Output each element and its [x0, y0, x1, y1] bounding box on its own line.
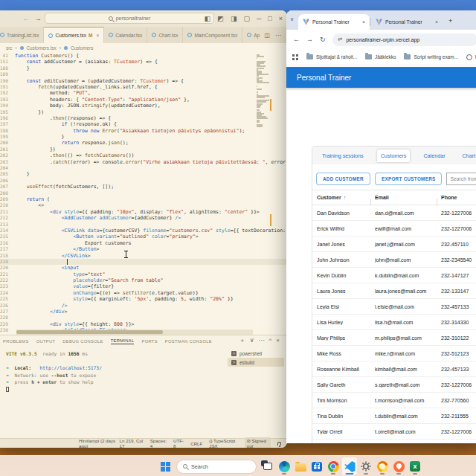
table-row[interactable]: Tim Morrisont.morrison@mail.com232-77056… [312, 393, 476, 408]
taskbar-search[interactable]: Search [176, 460, 257, 474]
code-line-211[interactable]: 211 <div style={{ padding: "10px", displ… [0, 209, 287, 215]
code-line-216[interactable]: 216 Export customers [0, 240, 287, 246]
close-panel-icon[interactable]: × [276, 337, 280, 344]
code-line-224[interactable]: 224 onChange={(e) => setfilter(e.target.… [0, 290, 287, 296]
task-view-icon[interactable] [260, 457, 275, 475]
editor-tab-chart-tsx[interactable]: Chart.tsx [147, 27, 183, 43]
editor-tab-calendar-tsx[interactable]: Calendar.tsx [104, 27, 147, 43]
code-line-188[interactable]: 188 } [0, 65, 287, 71]
table-row[interactable]: Laura Joneslaura.jones@mail.com232-13314… [312, 283, 476, 299]
table-row[interactable]: Janet Jonesjanet.j@mail.com232-457110 [312, 237, 476, 252]
terminal-dropdown-icon[interactable]: ∨ [250, 337, 254, 344]
status-item-typescript-jsx[interactable]: {} TypeScript JSX [209, 438, 237, 448]
close-tab-icon[interactable]: × [362, 19, 365, 25]
code-line-210[interactable]: 210 <> [0, 202, 287, 208]
breadcrumb-item[interactable]: Customers.tsx [27, 45, 57, 51]
minimize-button[interactable]: ─ [257, 15, 261, 22]
table-row[interactable]: Dan Davidsondan.d@mail.com232-1227006 [312, 205, 476, 221]
code-line-193[interactable]: 193 headers: { "Content-Type": "applicat… [0, 97, 287, 103]
table-row[interactable]: Tylar Orrellt.orrell@mail.com232-1227006 [312, 424, 476, 440]
code-line-200[interactable]: 200 return response.json(); [0, 140, 287, 146]
code-line-197[interactable]: 197 if (!response.ok) { [0, 121, 287, 127]
table-row[interactable]: Lisa Hurleylisa.h@mail.com232-314330 [312, 315, 476, 330]
code-line-226[interactable]: 226 /> [0, 303, 287, 309]
toggle-secondary-sidebar-icon[interactable]: ◨ [231, 15, 237, 22]
table-search-input[interactable] [446, 173, 476, 185]
editor-tab-traininglist-tsx[interactable]: TrainingList.tsx [0, 27, 44, 43]
column-header-email[interactable]: Email [370, 195, 437, 200]
panel-tab-output[interactable]: OUTPUT [36, 339, 56, 344]
toggle-panel-icon[interactable]: ◩ [217, 15, 224, 22]
chrome-icon[interactable] [326, 457, 341, 475]
close-tab-icon[interactable]: × [435, 19, 438, 25]
edge-icon[interactable] [277, 457, 292, 475]
panel-tab-debug-console[interactable]: DEBUG CONSOLE [62, 339, 103, 344]
export-customers-button[interactable]: EXPORT CUSTOMERS [375, 173, 443, 185]
bookmark-script-writing-exam[interactable]: Script writing exam... [404, 54, 457, 60]
code-line-151[interactable]: 151 const addCustomer = (asiakas: TCusto… [0, 59, 287, 65]
tab-calendar[interactable]: Calendar [419, 149, 448, 162]
terminal-instance-powershell[interactable]: >powershell [228, 349, 284, 358]
code-line-227[interactable]: 227 </div> [0, 309, 287, 315]
git-blame-status[interactable]: Hirvilampi (2 days ago) [79, 438, 120, 448]
vscode-command-center[interactable]: personaltrainer [45, 13, 214, 24]
code-line-196[interactable]: 196 .then((response) => { [0, 115, 287, 121]
customize-layout-icon[interactable]: ▢ [243, 15, 250, 22]
column-header-phone[interactable]: Phone [437, 195, 476, 200]
code-line-189[interactable]: 189 [0, 71, 287, 77]
status-item-signed-out[interactable]: ⊘ Signed out [245, 437, 271, 448]
code-line-208[interactable]: 208 [0, 190, 287, 196]
vscode-icon[interactable] [342, 457, 357, 475]
postman-icon[interactable] [391, 457, 406, 475]
editor-tab-ap[interactable]: Ap [242, 27, 263, 43]
breadcrumb-item[interactable]: Customers [71, 45, 93, 51]
reload-icon[interactable]: ↻ [320, 36, 326, 43]
code-line-217[interactable]: 217 </Button> [0, 246, 287, 252]
code-line-222[interactable]: 222 placeholder="Search from table" [0, 277, 287, 283]
address-bar[interactable]: ⇄ personaltrainer-orpin.vercel.app [332, 33, 476, 46]
code-line-195[interactable]: 195 }) [0, 109, 287, 115]
horizontal-scrollbar[interactable] [16, 329, 253, 335]
browser-tab-2[interactable]: Personal Trainer× [371, 14, 443, 30]
browser-tab-1[interactable]: Personal Trainer× [298, 14, 370, 30]
maximize-button[interactable]: □ [268, 15, 271, 22]
apps-grid-icon[interactable] [292, 54, 298, 60]
microsoft-store-icon[interactable] [309, 457, 324, 475]
more-actions-icon[interactable]: ⋯ [259, 337, 265, 344]
code-line-202[interactable]: 202 .then(() => fetchCustomers()) [0, 152, 287, 158]
code-line-229[interactable]: 229 <div style={{ height: 800 }}> [0, 321, 287, 327]
table-row[interactable]: Mike Rossmike.r@mail.com232-512123 [312, 346, 476, 361]
breadcrumb-item[interactable]: src [6, 45, 12, 51]
new-tab-button[interactable]: + [448, 17, 452, 25]
code-line-191[interactable]: 191 fetch(updatedCustomer._links.self.hr… [0, 84, 287, 90]
start-button[interactable] [158, 458, 173, 475]
code-line-223[interactable]: 223 value={filter} [0, 283, 287, 289]
file-explorer-icon[interactable] [293, 457, 308, 475]
code-line-206[interactable]: 206 [0, 178, 287, 184]
code-line-41[interactable]: 41function Customers() { [0, 53, 287, 59]
code-line-207[interactable]: 207 useEffect(fetchCustomers, []); [0, 184, 287, 190]
bookmark-j-kiekko[interactable]: Jääkiekko [365, 54, 396, 60]
code-line-192[interactable]: 192 method: "PUT", [0, 90, 287, 96]
new-terminal-icon[interactable]: ＋ [239, 336, 245, 344]
code-line-215[interactable]: 215 <Button variant="outlined" color="pr… [0, 234, 287, 239]
tab-training-sessions[interactable]: Training sessions [318, 149, 367, 162]
panel-tab-terminal[interactable]: TERMINAL [111, 338, 135, 344]
code-line-218[interactable]: 218 </CSVLink> [0, 253, 287, 259]
panel-tab-problems[interactable]: PROBLEMS [3, 339, 29, 344]
code-line-201[interactable]: 201 }) [0, 147, 287, 152]
table-row[interactable]: John Johnsonjohn@mail.com232-2345540 [312, 252, 476, 268]
code-line-198[interactable]: 198 throw new Error("Asiakkaan tietojen … [0, 128, 287, 134]
breadcrumb[interactable]: src›Customers.tsx›Customers [0, 43, 287, 53]
code-line-219[interactable]: 219 [0, 259, 287, 265]
code-line-205[interactable]: 205 } [0, 171, 287, 177]
status-item-ln-219-col-17[interactable]: Ln 219, Col 17 [120, 438, 144, 448]
notifications-bell-icon[interactable] [277, 442, 281, 446]
status-item-utf-8[interactable]: UTF-8 [173, 438, 184, 448]
terminal-prompt[interactable] [6, 386, 102, 393]
code-editor[interactable]: 41function Customers() {151 const addCus… [0, 53, 287, 335]
table-row[interactable]: Kevin Dublink.dublin@mail.com232-147127 [312, 268, 476, 283]
panel-tab-ports[interactable]: PORTS [141, 339, 157, 344]
more-actions-icon[interactable]: ⋯ [275, 32, 281, 39]
close-tab-icon[interactable]: × [96, 33, 99, 38]
